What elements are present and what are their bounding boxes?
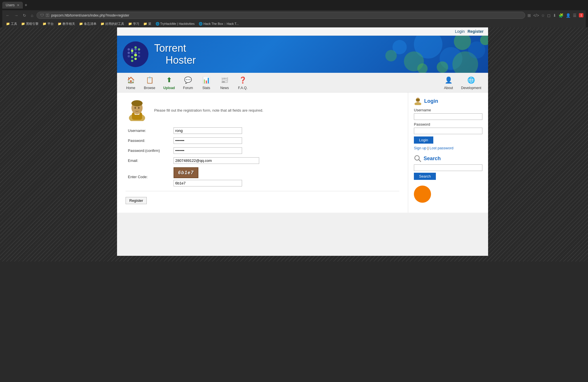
- main-content: Please fill out the registration form, n…: [117, 93, 488, 213]
- bookmarks-bar: 📁 工具 📁 黑暗引擎 📁 平台 📁 教学相关 📁 备忘清单 📁 好用的好工具 …: [2, 20, 586, 27]
- reload-button[interactable]: ↻: [22, 13, 27, 18]
- svg-point-33: [131, 100, 142, 106]
- logo-svg: [126, 45, 145, 64]
- nav-right: 👤 About 🌐 Development: [441, 74, 484, 91]
- nav-forum-label: Forum: [183, 86, 193, 90]
- svg-line-40: [419, 160, 421, 162]
- tab-close-button[interactable]: ✕: [17, 3, 19, 7]
- code-icon[interactable]: </>: [533, 13, 539, 18]
- svg-point-34: [134, 107, 136, 109]
- home-icon: 🏠: [126, 75, 136, 85]
- password-input[interactable]: [174, 137, 242, 144]
- nav-faq[interactable]: ❓ F.A.Q.: [234, 74, 252, 91]
- nav-forum[interactable]: 💬 Forum: [179, 74, 197, 91]
- search-button[interactable]: Search: [414, 173, 436, 180]
- extensions-icon[interactable]: 🧩: [559, 13, 563, 18]
- sidebar-password-input[interactable]: [414, 128, 482, 134]
- search-title-text: Search: [424, 156, 441, 162]
- address-bar[interactable]: 🛡 ⚿ popcorn.htb/torrent/users/index.php?…: [37, 12, 525, 19]
- password-confirm-row: Password:(confirm): [126, 146, 283, 156]
- pocket-icon[interactable]: ◻: [547, 13, 551, 18]
- nav-news[interactable]: 📰 News: [216, 74, 234, 91]
- svg-point-15: [138, 55, 140, 57]
- svg-point-25: [417, 63, 428, 73]
- password-row: Password:: [126, 136, 283, 146]
- faq-icon: ❓: [238, 75, 248, 85]
- browser-tab[interactable]: Users ✕: [2, 2, 23, 9]
- register-topbar-link[interactable]: Register: [468, 29, 484, 34]
- profile-icon[interactable]: 👤: [566, 13, 571, 18]
- search-input[interactable]: [414, 164, 482, 171]
- svg-point-7: [138, 48, 140, 51]
- title-line1: Torrent: [154, 42, 196, 54]
- bookmark-platform[interactable]: 📁 平台: [41, 21, 55, 27]
- nav-about[interactable]: 👤 About: [441, 74, 456, 91]
- email-input[interactable]: [174, 157, 259, 164]
- bookmark-study[interactable]: 📁 学习: [127, 21, 141, 27]
- login-section: Login Username Password Login Sign up | …: [414, 97, 482, 150]
- svg-point-23: [468, 41, 485, 59]
- register-button[interactable]: Register: [126, 197, 147, 204]
- reg-header: Please fill out the registration form, n…: [126, 98, 399, 121]
- search-title: Search: [414, 155, 482, 162]
- username-label: Username:: [126, 126, 171, 136]
- nav-upload-label: Upload: [163, 86, 175, 90]
- development-icon: 🌐: [466, 75, 476, 85]
- email-row: Email:: [126, 156, 283, 166]
- username-row: Username:: [126, 126, 283, 136]
- bookmark-star-icon[interactable]: ☆: [541, 13, 545, 18]
- svg-point-20: [392, 40, 407, 54]
- nav-home[interactable]: 🏠 Home: [122, 74, 140, 91]
- bookmark-teaching[interactable]: 📁 教学相关: [56, 21, 76, 27]
- bookmark-veg[interactable]: 📁 菜: [142, 21, 153, 27]
- back-button[interactable]: ←: [5, 13, 11, 18]
- avatar: [126, 98, 148, 121]
- links-separator: |: [428, 146, 430, 150]
- svg-point-17: [440, 47, 462, 70]
- email-label: Email:: [126, 156, 171, 166]
- nav-upload[interactable]: ⬆ Upload: [159, 74, 179, 91]
- svg-point-5: [134, 52, 137, 54]
- nav-browse[interactable]: 📋 Browse: [140, 74, 159, 91]
- bookmark-notes[interactable]: 📁 备忘清单: [78, 21, 98, 27]
- forward-button[interactable]: →: [13, 13, 19, 18]
- bookmark-darkengine[interactable]: 📁 黑暗引擎: [20, 21, 40, 27]
- nav-development[interactable]: 🌐 Development: [459, 74, 484, 91]
- nav-browse-label: Browse: [144, 86, 155, 90]
- captcha-image: 6b1e7: [174, 167, 198, 178]
- lock-icon: ⚿: [46, 13, 49, 17]
- login-topbar-link[interactable]: Login: [455, 29, 465, 34]
- svg-point-6: [134, 46, 137, 49]
- bookmark-hackthebox[interactable]: 🌐 Hack The Box :: Hack T...: [197, 21, 240, 26]
- title-line2: Hoster: [166, 54, 196, 66]
- bookmark-tools2[interactable]: 📁 好用的好工具: [99, 21, 126, 27]
- header-banner: Torrent Hoster: [117, 36, 488, 73]
- svg-point-37: [416, 99, 420, 101]
- svg-point-4: [131, 52, 133, 54]
- nav-bar: 🏠 Home 📋 Browse ⬆ Upload 💬 Forum: [117, 73, 488, 93]
- home-button[interactable]: ⌂: [30, 13, 34, 18]
- tab-title: Users: [6, 3, 15, 7]
- bookmark-tryhackme[interactable]: 🌐 TryHackMe | Hacktivities: [154, 21, 196, 26]
- nav-home-label: Home: [126, 86, 135, 90]
- translate-icon[interactable]: ⊞: [527, 13, 531, 18]
- password-confirm-label: Password:(confirm): [126, 146, 171, 156]
- signup-link[interactable]: Sign up: [414, 146, 426, 150]
- password-confirm-input[interactable]: [174, 147, 242, 154]
- username-input[interactable]: [174, 127, 242, 134]
- sidebar-links: Sign up | Lost password: [414, 146, 482, 150]
- captcha-input[interactable]: [174, 180, 242, 186]
- download-icon[interactable]: ⬇: [553, 13, 556, 18]
- sidebar-username-input[interactable]: [414, 113, 482, 120]
- lost-password-link[interactable]: Lost password: [430, 146, 454, 150]
- nav-stats[interactable]: 📊 Stats: [197, 74, 216, 91]
- svg-point-9: [134, 54, 137, 57]
- svg-point-13: [128, 55, 130, 57]
- svg-point-18: [454, 36, 471, 50]
- menu-icon[interactable]: ☰: [573, 13, 577, 18]
- new-tab-button[interactable]: +: [25, 3, 27, 8]
- svg-point-26: [480, 36, 488, 45]
- bookmark-tools[interactable]: 📁 工具: [5, 21, 19, 27]
- registration-form: Username: Password: Passwo: [126, 126, 283, 188]
- login-button[interactable]: Login: [414, 136, 433, 144]
